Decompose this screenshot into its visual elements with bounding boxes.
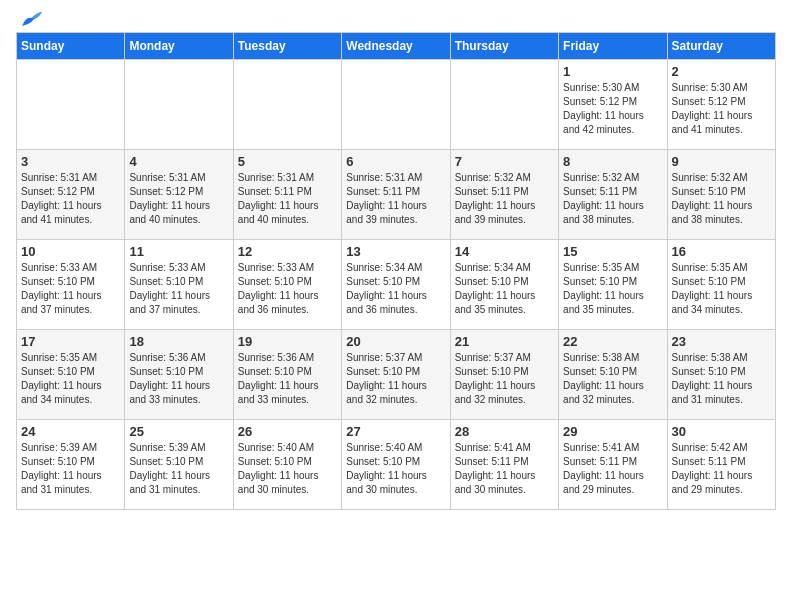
calendar-cell [450,60,558,150]
day-number: 26 [238,424,337,439]
calendar-week-row: 17Sunrise: 5:35 AM Sunset: 5:10 PM Dayli… [17,330,776,420]
calendar-cell: 20Sunrise: 5:37 AM Sunset: 5:10 PM Dayli… [342,330,450,420]
day-number: 21 [455,334,554,349]
day-info: Sunrise: 5:36 AM Sunset: 5:10 PM Dayligh… [129,351,228,407]
day-number: 22 [563,334,662,349]
calendar-cell: 24Sunrise: 5:39 AM Sunset: 5:10 PM Dayli… [17,420,125,510]
calendar-cell [342,60,450,150]
calendar-cell: 27Sunrise: 5:40 AM Sunset: 5:10 PM Dayli… [342,420,450,510]
logo [16,16,46,24]
day-info: Sunrise: 5:37 AM Sunset: 5:10 PM Dayligh… [346,351,445,407]
calendar-cell: 25Sunrise: 5:39 AM Sunset: 5:10 PM Dayli… [125,420,233,510]
day-info: Sunrise: 5:40 AM Sunset: 5:10 PM Dayligh… [346,441,445,497]
day-number: 14 [455,244,554,259]
weekday-header-sunday: Sunday [17,33,125,60]
calendar-cell: 23Sunrise: 5:38 AM Sunset: 5:10 PM Dayli… [667,330,775,420]
calendar-cell: 16Sunrise: 5:35 AM Sunset: 5:10 PM Dayli… [667,240,775,330]
calendar-table: SundayMondayTuesdayWednesdayThursdayFrid… [16,32,776,510]
calendar-cell: 19Sunrise: 5:36 AM Sunset: 5:10 PM Dayli… [233,330,341,420]
day-info: Sunrise: 5:34 AM Sunset: 5:10 PM Dayligh… [346,261,445,317]
day-info: Sunrise: 5:34 AM Sunset: 5:10 PM Dayligh… [455,261,554,317]
day-info: Sunrise: 5:37 AM Sunset: 5:10 PM Dayligh… [455,351,554,407]
day-number: 10 [21,244,120,259]
calendar-cell: 5Sunrise: 5:31 AM Sunset: 5:11 PM Daylig… [233,150,341,240]
day-number: 9 [672,154,771,169]
day-info: Sunrise: 5:36 AM Sunset: 5:10 PM Dayligh… [238,351,337,407]
calendar-cell: 18Sunrise: 5:36 AM Sunset: 5:10 PM Dayli… [125,330,233,420]
day-info: Sunrise: 5:32 AM Sunset: 5:10 PM Dayligh… [672,171,771,227]
weekday-header-friday: Friday [559,33,667,60]
calendar-cell: 17Sunrise: 5:35 AM Sunset: 5:10 PM Dayli… [17,330,125,420]
day-info: Sunrise: 5:33 AM Sunset: 5:10 PM Dayligh… [238,261,337,317]
day-number: 15 [563,244,662,259]
calendar-cell: 30Sunrise: 5:42 AM Sunset: 5:11 PM Dayli… [667,420,775,510]
calendar-week-row: 1Sunrise: 5:30 AM Sunset: 5:12 PM Daylig… [17,60,776,150]
day-info: Sunrise: 5:31 AM Sunset: 5:12 PM Dayligh… [21,171,120,227]
day-info: Sunrise: 5:39 AM Sunset: 5:10 PM Dayligh… [21,441,120,497]
weekday-header-tuesday: Tuesday [233,33,341,60]
day-info: Sunrise: 5:35 AM Sunset: 5:10 PM Dayligh… [563,261,662,317]
day-number: 12 [238,244,337,259]
calendar-cell: 26Sunrise: 5:40 AM Sunset: 5:10 PM Dayli… [233,420,341,510]
logo-bird-icon [18,8,46,30]
day-info: Sunrise: 5:38 AM Sunset: 5:10 PM Dayligh… [672,351,771,407]
calendar-cell: 15Sunrise: 5:35 AM Sunset: 5:10 PM Dayli… [559,240,667,330]
day-number: 6 [346,154,445,169]
day-number: 19 [238,334,337,349]
calendar-cell: 4Sunrise: 5:31 AM Sunset: 5:12 PM Daylig… [125,150,233,240]
day-info: Sunrise: 5:31 AM Sunset: 5:11 PM Dayligh… [238,171,337,227]
weekday-header-saturday: Saturday [667,33,775,60]
day-number: 5 [238,154,337,169]
day-info: Sunrise: 5:41 AM Sunset: 5:11 PM Dayligh… [563,441,662,497]
day-info: Sunrise: 5:32 AM Sunset: 5:11 PM Dayligh… [563,171,662,227]
calendar-week-row: 3Sunrise: 5:31 AM Sunset: 5:12 PM Daylig… [17,150,776,240]
calendar-cell: 2Sunrise: 5:30 AM Sunset: 5:12 PM Daylig… [667,60,775,150]
calendar-week-row: 10Sunrise: 5:33 AM Sunset: 5:10 PM Dayli… [17,240,776,330]
calendar-cell: 3Sunrise: 5:31 AM Sunset: 5:12 PM Daylig… [17,150,125,240]
day-number: 11 [129,244,228,259]
day-number: 25 [129,424,228,439]
day-info: Sunrise: 5:39 AM Sunset: 5:10 PM Dayligh… [129,441,228,497]
calendar-week-row: 24Sunrise: 5:39 AM Sunset: 5:10 PM Dayli… [17,420,776,510]
day-info: Sunrise: 5:30 AM Sunset: 5:12 PM Dayligh… [563,81,662,137]
day-number: 28 [455,424,554,439]
day-number: 8 [563,154,662,169]
calendar-cell: 12Sunrise: 5:33 AM Sunset: 5:10 PM Dayli… [233,240,341,330]
calendar-cell: 21Sunrise: 5:37 AM Sunset: 5:10 PM Dayli… [450,330,558,420]
day-info: Sunrise: 5:31 AM Sunset: 5:12 PM Dayligh… [129,171,228,227]
day-number: 2 [672,64,771,79]
day-info: Sunrise: 5:30 AM Sunset: 5:12 PM Dayligh… [672,81,771,137]
day-number: 16 [672,244,771,259]
day-number: 3 [21,154,120,169]
day-number: 30 [672,424,771,439]
day-info: Sunrise: 5:38 AM Sunset: 5:10 PM Dayligh… [563,351,662,407]
day-info: Sunrise: 5:42 AM Sunset: 5:11 PM Dayligh… [672,441,771,497]
calendar-cell: 28Sunrise: 5:41 AM Sunset: 5:11 PM Dayli… [450,420,558,510]
calendar-cell [233,60,341,150]
calendar-cell: 14Sunrise: 5:34 AM Sunset: 5:10 PM Dayli… [450,240,558,330]
day-info: Sunrise: 5:35 AM Sunset: 5:10 PM Dayligh… [672,261,771,317]
day-number: 29 [563,424,662,439]
calendar-cell: 22Sunrise: 5:38 AM Sunset: 5:10 PM Dayli… [559,330,667,420]
calendar-cell: 8Sunrise: 5:32 AM Sunset: 5:11 PM Daylig… [559,150,667,240]
day-number: 27 [346,424,445,439]
calendar-cell: 29Sunrise: 5:41 AM Sunset: 5:11 PM Dayli… [559,420,667,510]
calendar-cell: 11Sunrise: 5:33 AM Sunset: 5:10 PM Dayli… [125,240,233,330]
calendar-cell: 9Sunrise: 5:32 AM Sunset: 5:10 PM Daylig… [667,150,775,240]
day-number: 4 [129,154,228,169]
weekday-header-monday: Monday [125,33,233,60]
calendar-cell: 7Sunrise: 5:32 AM Sunset: 5:11 PM Daylig… [450,150,558,240]
calendar-cell: 13Sunrise: 5:34 AM Sunset: 5:10 PM Dayli… [342,240,450,330]
calendar-cell [17,60,125,150]
day-number: 20 [346,334,445,349]
day-number: 24 [21,424,120,439]
day-number: 17 [21,334,120,349]
day-info: Sunrise: 5:31 AM Sunset: 5:11 PM Dayligh… [346,171,445,227]
calendar-cell: 1Sunrise: 5:30 AM Sunset: 5:12 PM Daylig… [559,60,667,150]
day-info: Sunrise: 5:33 AM Sunset: 5:10 PM Dayligh… [129,261,228,317]
calendar-cell: 6Sunrise: 5:31 AM Sunset: 5:11 PM Daylig… [342,150,450,240]
calendar-header-row: SundayMondayTuesdayWednesdayThursdayFrid… [17,33,776,60]
day-info: Sunrise: 5:35 AM Sunset: 5:10 PM Dayligh… [21,351,120,407]
day-number: 23 [672,334,771,349]
calendar-cell [125,60,233,150]
